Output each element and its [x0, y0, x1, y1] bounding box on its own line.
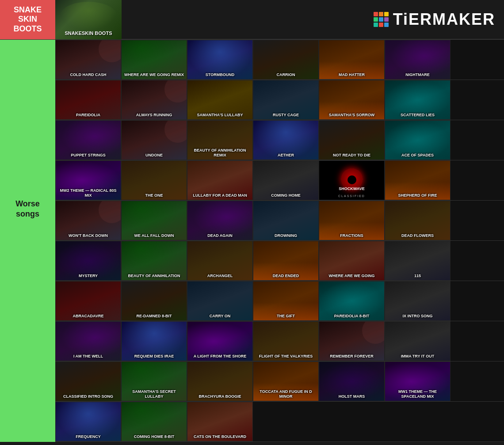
card-4-4[interactable]: FRACTIONS: [319, 201, 385, 240]
card-8-5[interactable]: MW1 THEME — THE SPACELAND MIX: [385, 361, 451, 401]
card-9-2[interactable]: CATS ON THE BOULEVARD: [187, 402, 253, 441]
card-label-6-4: PAREIDOLIA 8-BIT: [319, 314, 384, 319]
tiermaker-logo: TiERMAKER: [374, 10, 495, 29]
card-5-1[interactable]: BEAUTY OF ANNIHILATION: [121, 241, 187, 281]
main-content: Worse songs COLD HARD CASH WHERE ARE WE …: [0, 40, 504, 442]
card-label-2-5: ACE OF SPADES: [385, 153, 450, 158]
card-9-1[interactable]: COMING HOME 8-BIT: [121, 402, 187, 441]
card-label-2-4: NOT READY TO DIE: [319, 153, 384, 158]
card-6-2[interactable]: CARRY ON: [187, 281, 253, 321]
card-7-0[interactable]: I AM THE WELL: [55, 321, 121, 361]
grid-area: COLD HARD CASH WHERE ARE WE GOING REMIX …: [55, 40, 504, 442]
card-4-3[interactable]: DROWNING: [253, 201, 319, 240]
grid-row-4: WON'T BACK DOWN WE ALL FALL DOWN DEAD AG…: [55, 201, 504, 241]
tier-label: SNAKE SKIN BOOTS: [0, 0, 55, 39]
card-label-0-4: MAD HATTER: [319, 72, 384, 77]
card-label-3-0: MW2 THEME — RADICAL 80S MIX: [56, 188, 121, 198]
card-4-2[interactable]: DEAD AGAIN: [187, 201, 253, 240]
card-4-1[interactable]: WE ALL FALL DOWN: [121, 201, 187, 240]
card-7-2[interactable]: A LIGHT FROM THE SHORE: [187, 321, 253, 361]
card-2-4[interactable]: NOT READY TO DIE: [319, 120, 385, 160]
card-6-4[interactable]: PAREIDOLIA 8-BIT: [319, 281, 385, 321]
card-1-3[interactable]: RUSTY CAGE: [253, 80, 319, 120]
card-0-3[interactable]: CARRION: [253, 40, 319, 80]
card-3-3[interactable]: COMING HOME: [253, 160, 319, 200]
card-3-2[interactable]: LULLABY FOR A DEAD MAN: [187, 160, 253, 200]
card-6-1[interactable]: RE-DAMNED 8-BIT: [121, 281, 187, 321]
card-0-0[interactable]: COLD HARD CASH: [55, 40, 121, 80]
card-label-1-5: SCATTERED LIES: [385, 113, 450, 118]
card-label-6-5: IX INTRO SONG: [385, 314, 450, 319]
card-3-1[interactable]: THE ONE: [121, 160, 187, 200]
card-label-0-0: COLD HARD CASH: [56, 72, 121, 77]
card-label-3-2: LULLABY FOR A DEAD MAN: [187, 193, 252, 198]
card-label-9-1: COMING HOME 8-BIT: [122, 434, 187, 439]
card-2-5[interactable]: ACE OF SPADES: [385, 120, 451, 160]
card-5-0[interactable]: MYSTERY: [55, 241, 121, 281]
card-0-4[interactable]: MAD HATTER: [319, 40, 385, 80]
card-1-4[interactable]: SAMANTHA'S SORROW: [319, 80, 385, 120]
card-label-4-5: DEAD FLOWERS: [385, 233, 450, 238]
card-9-0[interactable]: FREQUENCY: [55, 402, 121, 441]
card-label-1-4: SAMANTHA'S SORROW: [319, 113, 384, 118]
card-label-6-2: CARRY ON: [187, 314, 252, 319]
card-label-9-0: FREQUENCY: [56, 434, 121, 439]
card-8-2[interactable]: BRACHYURA BOOGIE: [187, 361, 253, 401]
card-8-0[interactable]: CLASSIFIED INTRO SONG: [55, 361, 121, 401]
card-4-0[interactable]: WON'T BACK DOWN: [55, 201, 121, 240]
card-0-1[interactable]: WHERE ARE WE GOING REMIX: [121, 40, 187, 80]
card-label-7-3: FLIGHT OF THE VALKYRIES: [253, 354, 318, 359]
card-5-5[interactable]: 115: [385, 241, 451, 281]
card-label-1-1: ALWAYS RUNNING: [122, 113, 187, 118]
grid-row-0: COLD HARD CASH WHERE ARE WE GOING REMIX …: [55, 40, 504, 80]
card-6-3[interactable]: THE GIFT: [253, 281, 319, 321]
card-6-0[interactable]: ABRACADAVRE: [55, 281, 121, 321]
card-label-1-0: PAREIDOLIA: [56, 113, 121, 118]
card-2-2[interactable]: BEAUTY OF ANNIHILATION REMIX: [187, 120, 253, 160]
card-2-1[interactable]: UNDONE: [121, 120, 187, 160]
card-7-1[interactable]: REQUIEM DIES IRAE: [121, 321, 187, 361]
sidebar-label: Worse songs: [15, 199, 40, 220]
grid-row-9: FREQUENCY COMING HOME 8-BIT CATS ON THE …: [55, 402, 504, 442]
card-8-4[interactable]: HOLST MARS: [319, 361, 385, 401]
grid-row-5: MYSTERY BEAUTY OF ANNIHILATION ARCHANGEL…: [55, 241, 504, 281]
card-8-3[interactable]: TOCCATA AND FUGUE IN D MINOR: [253, 361, 319, 401]
card-5-2[interactable]: ARCHANGEL: [187, 241, 253, 281]
card-label-5-4: WHERE ARE WE GOING: [319, 274, 384, 278]
logo-cell-9: [384, 23, 389, 27]
card-label-4-2: DEAD AGAIN: [187, 233, 252, 238]
card-7-5[interactable]: IMMA TRY IT OUT: [385, 321, 451, 361]
logo-cell-2: [379, 12, 383, 16]
card-0-2[interactable]: STORMBOUND: [187, 40, 253, 80]
card-7-3[interactable]: FLIGHT OF THE VALKYRIES: [253, 321, 319, 361]
card-2-0[interactable]: PUPPET STRINGS: [55, 120, 121, 160]
card-label-0-1: WHERE ARE WE GOING REMIX: [122, 72, 187, 77]
card-label-8-5: MW1 THEME — THE SPACELAND MIX: [385, 389, 450, 399]
logo-cell-5: [379, 17, 383, 22]
card-label-0-5: NIGHTMARE: [385, 72, 450, 77]
card-label-2-1: UNDONE: [122, 153, 187, 158]
card-label-1-2: SAMANTHA'S LULLABY: [187, 113, 252, 118]
card-5-4[interactable]: WHERE ARE WE GOING: [319, 241, 385, 281]
card-1-5[interactable]: SCATTERED LIES: [385, 80, 451, 120]
card-3-0[interactable]: MW2 THEME — RADICAL 80S MIX: [55, 160, 121, 200]
card-8-1[interactable]: SAMANTHA'S SECRET LULLABY: [121, 361, 187, 401]
card-1-2[interactable]: SAMANTHA'S LULLABY: [187, 80, 253, 120]
card-5-3[interactable]: DEAD ENDED: [253, 241, 319, 281]
card-label-5-0: MYSTERY: [56, 274, 121, 278]
grid-row-3: MW2 THEME — RADICAL 80S MIX THE ONE LULL…: [55, 160, 504, 201]
grid-row-7: I AM THE WELL REQUIEM DIES IRAE A LIGHT …: [55, 321, 504, 361]
card-1-0[interactable]: PAREIDOLIA: [55, 80, 121, 120]
card-7-4[interactable]: REMEMBER FOREVER: [319, 321, 385, 361]
card-0-5[interactable]: NIGHTMARE: [385, 40, 451, 80]
card-label-8-0: CLASSIFIED INTRO SONG: [56, 394, 121, 399]
card-6-5[interactable]: IX INTRO SONG: [385, 281, 451, 321]
card-1-1[interactable]: ALWAYS RUNNING: [121, 80, 187, 120]
card-2-3[interactable]: AETHER: [253, 120, 319, 160]
card-3-5[interactable]: SHEPHERD OF FIRE: [385, 160, 451, 200]
card-4-5[interactable]: DEAD FLOWERS: [385, 201, 451, 240]
card-label-8-2: BRACHYURA BOOGIE: [187, 394, 252, 399]
card-3-4[interactable]: SHOCKWAVE CLASSIFIED: [319, 160, 385, 200]
grid-row-1: PAREIDOLIA ALWAYS RUNNING SAMANTHA'S LUL…: [55, 80, 504, 120]
card-label-4-1: WE ALL FALL DOWN: [122, 233, 187, 238]
